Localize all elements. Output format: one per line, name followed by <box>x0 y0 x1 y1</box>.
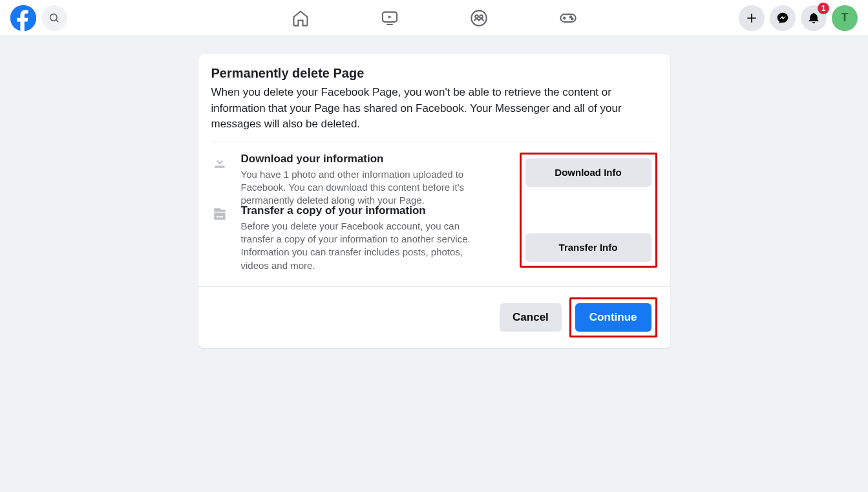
annotation-buttons-box: Download Info Transfer Info <box>520 153 657 268</box>
search-icon <box>48 12 60 24</box>
nav-tab-watch[interactable] <box>374 2 406 34</box>
home-icon <box>291 9 310 27</box>
account-avatar[interactable]: T <box>832 5 858 31</box>
nav-tab-groups[interactable] <box>463 2 495 34</box>
option-download-title: Download your information <box>241 153 503 166</box>
svg-point-7 <box>480 15 483 18</box>
groups-icon <box>470 9 488 27</box>
create-button[interactable] <box>739 5 765 31</box>
nav-right: 1 T <box>739 5 858 31</box>
cancel-button[interactable]: Cancel <box>500 303 562 332</box>
nav-center <box>284 2 584 34</box>
messenger-icon <box>776 12 789 25</box>
gaming-icon <box>559 9 577 27</box>
download-icon <box>211 153 231 173</box>
plus-icon <box>745 12 758 25</box>
option-download-desc: You have 1 photo and other information u… <box>241 168 503 208</box>
messenger-button[interactable] <box>770 5 796 31</box>
option-transfer-title: Transfer a copy of your information <box>241 204 493 217</box>
facebook-logo[interactable] <box>10 5 36 31</box>
continue-button[interactable]: Continue <box>575 303 651 332</box>
transfer-info-button[interactable]: Transfer Info <box>525 233 651 262</box>
option-transfer-desc: Before you delete your Facebook account,… <box>241 220 493 272</box>
facebook-logo-icon <box>10 5 36 31</box>
svg-point-1 <box>50 14 58 21</box>
svg-point-12 <box>571 18 573 19</box>
page-area: Permanently delete Page When you delete … <box>0 36 868 348</box>
notification-badge: 1 <box>818 3 829 14</box>
nav-left <box>10 5 67 31</box>
nav-tab-gaming[interactable] <box>552 2 584 34</box>
dialog-description: When you delete your Facebook Page, you … <box>211 85 657 133</box>
dialog-footer: Cancel Continue <box>198 286 670 348</box>
notifications-button[interactable]: 1 <box>801 5 827 31</box>
transfer-icon <box>211 204 231 225</box>
nav-tab-home[interactable] <box>284 2 317 34</box>
watch-icon <box>381 9 399 27</box>
svg-line-2 <box>56 19 58 21</box>
delete-page-dialog: Permanently delete Page When you delete … <box>198 54 670 348</box>
dialog-title: Permanently delete Page <box>211 66 657 81</box>
svg-point-5 <box>471 10 486 25</box>
download-info-button[interactable]: Download Info <box>525 158 651 187</box>
svg-point-6 <box>475 15 478 18</box>
search-button[interactable] <box>41 5 67 31</box>
bell-icon <box>807 12 820 25</box>
avatar-initial: T <box>842 11 849 25</box>
top-nav: 1 T <box>0 0 868 36</box>
annotation-continue-box: Continue <box>569 297 657 337</box>
svg-point-11 <box>569 16 571 17</box>
divider <box>211 142 657 142</box>
